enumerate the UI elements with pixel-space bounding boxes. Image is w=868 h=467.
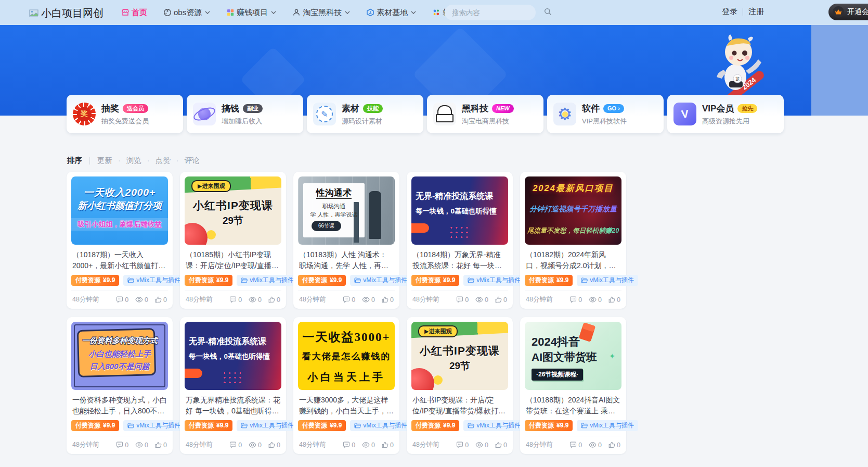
nav-item-taobao-tech[interactable]: 淘宝黑科技	[292, 8, 350, 18]
feature-vip[interactable]: VIP会员抢先 高级资源抢先用	[667, 95, 784, 133]
resource-card[interactable]: 无界-精准投流系统课每一块钱，0基础也听得懂 万象无界精准投流系统课：花好 每一…	[180, 317, 286, 454]
resource-card[interactable]: 一天收入2000+新小红书颜值打分项吸引小姐姐，刷爆后端收益 （10187期）一…	[67, 172, 173, 309]
price-value: ¥9.9	[556, 275, 568, 286]
category-tag[interactable]: vMix工具与插件	[350, 420, 411, 431]
feature-lottery[interactable]: 抽奖送会员 抽奖免费送会员	[67, 95, 183, 133]
gear-icon	[553, 103, 576, 125]
resource-card[interactable]: 一份资料多种变现方式小白也能轻松上手日入800不是问题 一份资料多种变现方式，小…	[67, 317, 173, 454]
card-footer: 48分钟前 0 0 0	[411, 291, 508, 309]
search-box[interactable]	[445, 5, 536, 20]
card-stats: 0 0 0	[116, 296, 167, 304]
resource-card[interactable]: 2024抖音AI图文带货班·26节视频课程· （10188期）2024抖音AI图…	[520, 317, 626, 454]
card-thumbnail[interactable]: 无界-精准投流系统课每一块钱，0基础也听得懂	[411, 176, 508, 245]
card-tags: 付费资源¥9.9 vMix工具与插件	[525, 420, 621, 431]
card-title[interactable]: 小红书IP变现课：开店/定位/IP变现/直播带货/爆款打造/涨价...	[412, 395, 507, 416]
feature-black-tech[interactable]: 黑科技NEW 淘宝电商黑科技	[427, 95, 543, 133]
sort-option-comments[interactable]: 评论	[171, 156, 200, 166]
feature-title: VIP会员	[702, 103, 734, 115]
card-title[interactable]: （10187期）一天收入2000+，最新小红书颜值打分项目，吸...	[72, 249, 167, 271]
category-tag[interactable]: vMix工具与插件	[123, 420, 185, 431]
price-value: ¥9.9	[216, 420, 228, 431]
category-tag[interactable]: vMix工具与插件	[463, 420, 525, 431]
planet-icon	[193, 103, 216, 125]
timestamp: 48分钟前	[186, 440, 212, 449]
category-tag[interactable]: vMix工具与插件	[350, 275, 411, 286]
chevron-down-icon	[271, 11, 276, 14]
resource-card[interactable]: 性沟通术职场沟通学 人性，再学说话66节课 （10183期）人性 沟通术：职场沟…	[293, 172, 399, 309]
thumbnail-text: 一天收益3000+	[298, 329, 395, 345]
card-tags: 付费资源¥9.9 vMix工具与插件	[411, 420, 508, 431]
feature-material[interactable]: 素材技能 源码设计素材	[307, 95, 423, 133]
feature-subtitle: 淘宝电商黑科技	[462, 117, 514, 126]
category-tag[interactable]: vMix工具与插件	[463, 275, 525, 286]
resource-card[interactable]: 无界-精准投流系统课每一块钱，0基础也听得懂 （10184期）万象无界-精准投流…	[407, 172, 513, 309]
card-title[interactable]: 一份资料多种变现方式，小白也能轻松上手，日入800不是问题	[72, 395, 167, 416]
hexagon-icon	[366, 8, 374, 17]
card-thumbnail[interactable]: 一天收益3000+看大佬是怎么赚钱的小白当天上手	[298, 322, 395, 390]
thumbnail-text: ▶进来围观	[418, 325, 458, 337]
category-tag[interactable]: vMix工具与插件	[577, 420, 638, 431]
card-title[interactable]: （10183期）人性 沟通术：职场沟通，先学 人性，再学说...	[299, 249, 394, 271]
card-thumbnail[interactable]: 2024抖音AI图文带货班·26节视频课程·	[525, 322, 621, 390]
resource-card[interactable]: 一天收益3000+看大佬是怎么赚钱的小白当天上手 一天赚3000多，大佬是这样赚…	[293, 317, 399, 454]
card-thumbnail[interactable]: 性沟通术职场沟通学 人性，再学说话66节课	[298, 176, 395, 245]
nav-item-projects[interactable]: 赚钱项目	[226, 8, 276, 18]
card-title[interactable]: （10185期）小红书IP变现课：开店/定位/IP变现/直播带货/...	[186, 249, 280, 271]
sort-divider	[89, 157, 90, 165]
category-tag[interactable]: vMix工具与插件	[237, 275, 298, 286]
resource-card[interactable]: 2024最新风口项目分钟打造视频号千万播放量尾流量不发愁，每日轻松躺赚20 （1…	[520, 172, 626, 309]
thumbnail-text: 一份资料多种变现方式	[71, 336, 168, 346]
nav-item-home[interactable]: 首页	[121, 8, 147, 18]
views-icon	[475, 297, 483, 302]
thumbnail-text: 学 人性，再学说话	[303, 211, 365, 219]
design-gear-icon	[313, 103, 336, 125]
feature-software[interactable]: 软件GO › VIP黑科技软件	[547, 95, 664, 133]
category-tag[interactable]: vMix工具与插件	[577, 275, 638, 286]
nav-item-obs[interactable]: obs资源	[163, 8, 210, 18]
card-title[interactable]: 一天赚3000多，大佬是这样赚到钱的，小白当天上手，穷人...	[299, 395, 394, 416]
thumbnail-text: 每一块钱，0基础也听得懂	[416, 207, 505, 216]
sort-option-update[interactable]: 更新	[97, 156, 112, 166]
resource-card[interactable]: ▶进来围观小红书IP变现课29节 （10185期）小红书IP变现课：开店/定位/…	[180, 172, 286, 309]
category-tag[interactable]: vMix工具与插件	[237, 420, 298, 431]
card-thumbnail[interactable]: 无界-精准投流系统课每一块钱，0基础也听得懂	[185, 322, 281, 390]
thumbnail-text: 新小红书颜值打分项	[71, 199, 168, 212]
color-dots-icon	[432, 8, 441, 17]
price-tag: 付费资源¥9.9	[525, 420, 573, 431]
open-vip-button[interactable]: 开通会员	[828, 4, 868, 20]
sort-option-likes[interactable]: 点赞	[141, 156, 171, 166]
search-input[interactable]	[452, 9, 544, 17]
card-thumbnail[interactable]: 一份资料多种变现方式小白也能轻松上手日入800不是问题	[71, 322, 168, 390]
thumbnail-text: 每一块钱，0基础也听得懂	[189, 352, 278, 361]
card-title[interactable]: （10188期）2024抖音AI图文带货班：在这个赛道上 乘风破...	[526, 395, 620, 416]
comment-icon	[343, 441, 350, 448]
feature-money[interactable]: 搞钱副业 增加睡后收入	[187, 95, 303, 133]
category-tag[interactable]: vMix工具与插件	[123, 275, 185, 286]
register-link[interactable]: 注册	[748, 7, 764, 17]
nav-item-material-base[interactable]: 素材基地	[366, 8, 416, 18]
thumbnail-text: 尾流量不发愁，每日轻松躺赚20	[525, 226, 621, 235]
card-thumbnail[interactable]: ▶进来围观小红书IP变现课29节	[411, 322, 508, 390]
price-value: ¥9.9	[330, 420, 342, 431]
comments-stat: 0	[116, 441, 128, 449]
folder-icon	[581, 277, 588, 283]
card-thumbnail[interactable]: 2024最新风口项目分钟打造视频号千万播放量尾流量不发愁，每日轻松躺赚20	[525, 176, 621, 245]
card-title[interactable]: 万象无界精准投流系统课：花好 每一块钱，0基础也听得懂（...	[186, 395, 280, 416]
views-icon	[362, 297, 370, 302]
thumbnail-text: 吸引小姐姐，刷爆后端收益	[71, 218, 168, 231]
comments-stat: 0	[343, 441, 355, 449]
card-thumbnail[interactable]: 一天收入2000+新小红书颜值打分项吸引小姐姐，刷爆后端收益	[71, 176, 168, 245]
card-thumbnail[interactable]: ▶进来围观小红书IP变现课29节	[185, 176, 281, 245]
timestamp: 48分钟前	[526, 440, 552, 449]
sort-option-views[interactable]: 浏览	[112, 156, 141, 166]
card-title[interactable]: （10184期）万象无界-精准投流系统课：花好 每一块钱，0...	[412, 249, 507, 271]
folder-icon	[241, 423, 248, 428]
card-title[interactable]: （10182期）2024年新风口，视频号分成2.0计划，多种玩...	[526, 249, 620, 271]
search-icon[interactable]	[544, 8, 552, 18]
site-logo[interactable]: 小白项目网创	[29, 6, 103, 20]
thumbnail-text: 小红书IP变现课	[411, 344, 508, 358]
top-navigation-bar: 小白项目网创 首页 obs资源	[0, 0, 868, 25]
login-link[interactable]: 登录	[722, 7, 737, 17]
obs-icon	[163, 8, 172, 17]
resource-card[interactable]: ▶进来围观小红书IP变现课29节 小红书IP变现课：开店/定位/IP变现/直播带…	[407, 317, 513, 454]
